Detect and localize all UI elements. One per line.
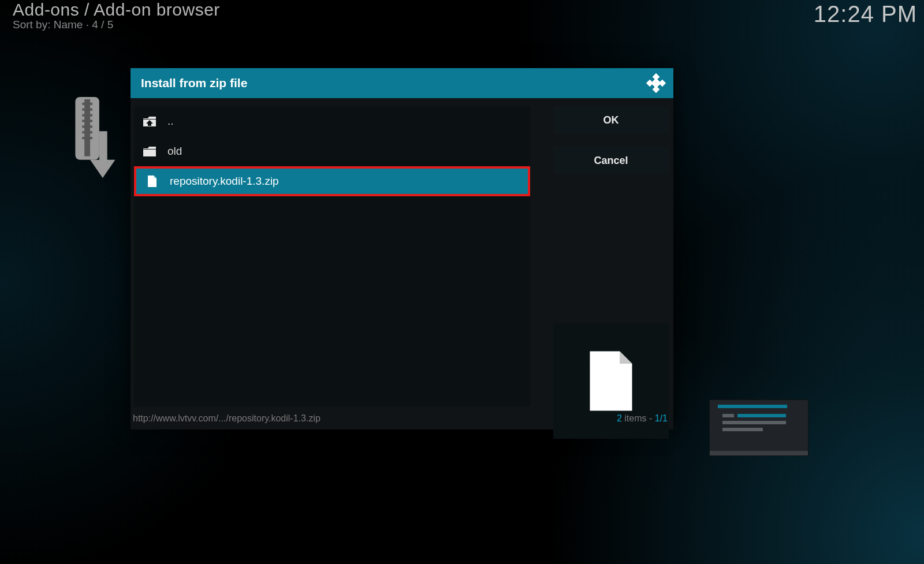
svg-rect-8 (82, 137, 92, 139)
file-row-parent[interactable]: .. (134, 106, 530, 136)
folder-up-icon (142, 114, 157, 129)
breadcrumb: Add-ons / Add-on browser (13, 0, 220, 20)
install-from-zip-dialog: Install from zip file ..oldrepository.ko… (131, 68, 673, 429)
svg-rect-6 (82, 125, 92, 128)
header: Add-ons / Add-on browser Sort by: Name ·… (13, 0, 220, 31)
clock: 12:24 PM (814, 1, 917, 27)
file-row-label: repository.kodil-1.3.zip (170, 175, 279, 188)
file-icon (586, 349, 636, 413)
file-row-label: old (167, 145, 182, 158)
file-row-file[interactable]: repository.kodil-1.3.zip (134, 166, 530, 196)
footer-path: http://www.lvtvv.com/.../repository.kodi… (133, 413, 321, 424)
dialog-titlebar: Install from zip file (131, 68, 673, 98)
file-list[interactable]: ..oldrepository.kodil-1.3.zip (134, 106, 530, 406)
svg-rect-7 (82, 131, 92, 133)
svg-rect-4 (82, 114, 92, 117)
zip-download-icon (65, 97, 122, 194)
file-row-folder[interactable]: old (134, 136, 530, 166)
file-icon (144, 174, 159, 189)
folder-icon (142, 144, 157, 159)
ok-button[interactable]: OK (553, 106, 669, 134)
svg-rect-2 (82, 103, 92, 105)
svg-rect-13 (651, 78, 661, 88)
svg-rect-3 (82, 109, 92, 111)
overlay-thumbnail (709, 399, 808, 456)
file-row-label: .. (167, 115, 174, 128)
cancel-button[interactable]: Cancel (553, 147, 669, 174)
svg-rect-1 (84, 99, 90, 156)
dialog-title: Install from zip file (141, 76, 247, 90)
dialog-side-panel: OK Cancel (553, 106, 669, 174)
svg-rect-5 (82, 120, 92, 122)
sort-line: Sort by: Name · 4 / 5 (13, 18, 220, 31)
kodi-logo-icon (646, 73, 666, 94)
footer-counts: 2 items - 1/1 (617, 413, 668, 424)
dialog-footer: http://www.lvtvv.com/.../repository.kodi… (133, 412, 668, 425)
